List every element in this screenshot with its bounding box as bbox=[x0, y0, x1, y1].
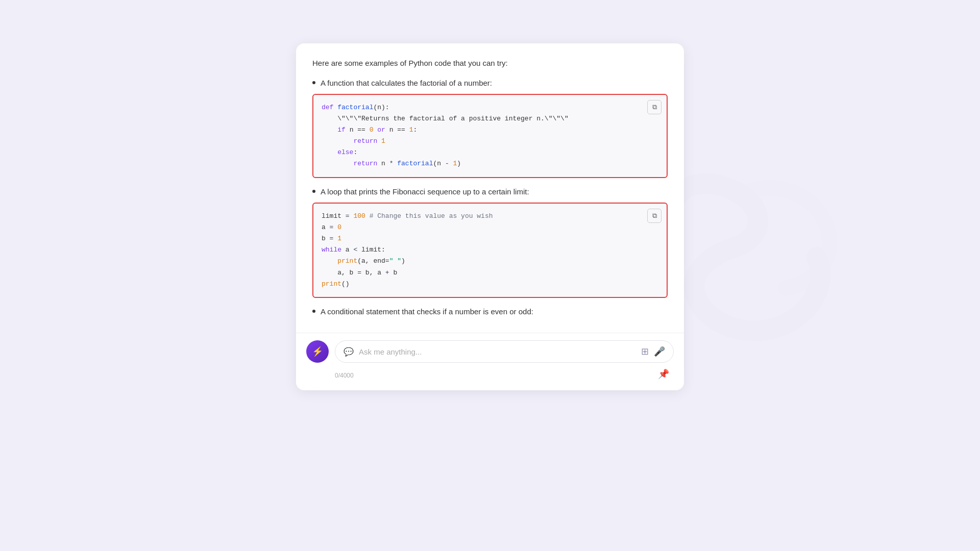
char-count: 0/4000 bbox=[308, 372, 354, 379]
chat-content: Here are some examples of Python code th… bbox=[296, 43, 684, 333]
message-icon: 💬 bbox=[344, 347, 354, 357]
copy-button-fibonacci[interactable]: ⧉ bbox=[647, 209, 662, 223]
bullet-dot-2 bbox=[312, 190, 315, 193]
avatar: ⚡ bbox=[306, 340, 329, 363]
code-block-fibonacci: ⧉ limit = 100 # Change this value as you… bbox=[312, 203, 668, 298]
bullet-text-3: A conditional statement that checks if a… bbox=[321, 306, 533, 318]
input-wrapper[interactable]: 💬 Ask me anything... ⊞ 🎤 bbox=[335, 340, 674, 363]
input-left: 💬 Ask me anything... bbox=[344, 347, 641, 357]
input-row: ⚡ 💬 Ask me anything... ⊞ 🎤 bbox=[306, 340, 674, 363]
main-container: Here are some examples of Python code th… bbox=[0, 0, 980, 551]
microphone-icon[interactable]: 🎤 bbox=[654, 346, 665, 357]
chat-panel: Here are some examples of Python code th… bbox=[296, 43, 684, 390]
code-fibonacci: limit = 100 # Change this value as you w… bbox=[322, 211, 646, 290]
pin-icon[interactable]: 📌 bbox=[655, 366, 672, 382]
bottom-row: 0/4000 📌 bbox=[306, 366, 674, 382]
bullet-text-1: A function that calculates the factorial… bbox=[321, 78, 492, 89]
intro-text: Here are some examples of Python code th… bbox=[312, 58, 668, 69]
bullet-text-2: A loop that prints the Fibonacci sequenc… bbox=[321, 186, 529, 198]
input-area: ⚡ 💬 Ask me anything... ⊞ 🎤 0/4000 📌 bbox=[296, 333, 684, 390]
code-factorial: def factorial(n): \"\"\"Returns the fact… bbox=[322, 102, 646, 170]
placeholder-text: Ask me anything... bbox=[359, 347, 422, 356]
bullet-dot-3 bbox=[312, 310, 315, 313]
avatar-icon: ⚡ bbox=[312, 346, 323, 357]
bullet-item-2: A loop that prints the Fibonacci sequenc… bbox=[312, 186, 668, 198]
bullet-dot-1 bbox=[312, 81, 315, 84]
copy-button-factorial[interactable]: ⧉ bbox=[647, 100, 662, 114]
code-block-factorial: ⧉ def factorial(n): \"\"\"Returns the fa… bbox=[312, 94, 668, 178]
camera-icon[interactable]: ⊞ bbox=[641, 346, 649, 357]
input-right: ⊞ 🎤 bbox=[641, 346, 665, 357]
bullet-item-1: A function that calculates the factorial… bbox=[312, 78, 668, 89]
bullet-item-3: A conditional statement that checks if a… bbox=[312, 306, 668, 318]
